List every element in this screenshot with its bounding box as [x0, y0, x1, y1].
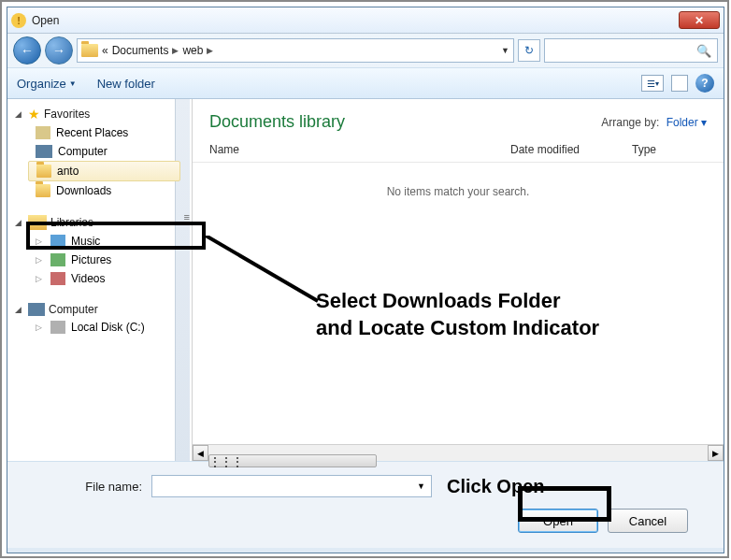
expand-icon: ▷ — [36, 237, 45, 246]
arrange-by-dropdown[interactable]: Folder ▾ — [666, 116, 707, 129]
forward-button[interactable]: → — [45, 36, 73, 65]
refresh-button[interactable]: ↻ — [518, 39, 540, 62]
sidebar-item-downloads[interactable]: Downloads — [7, 181, 192, 200]
libraries-icon — [28, 215, 47, 230]
column-date[interactable]: Date modified — [510, 143, 632, 156]
chevron-down-icon: ▼ — [69, 79, 77, 88]
scroll-right-button[interactable]: ▶ — [708, 445, 724, 461]
open-file-dialog: ! Open ✕ ← → « Documents ▶ web ▶ ▼ ↻ 🔍 O… — [7, 7, 724, 553]
sidebar-item-anto[interactable]: anto — [28, 161, 180, 181]
column-headers[interactable]: Name Date modified Type — [193, 139, 724, 163]
search-icon[interactable]: 🔍 — [696, 44, 711, 58]
navigation-pane: ≡ ◢ ★ Favorites Recent Places Computer — [7, 99, 193, 461]
title-bar: ! Open ✕ — [7, 7, 724, 34]
app-icon: ! — [11, 13, 26, 28]
folder-icon — [36, 165, 51, 178]
view-options-button[interactable]: ☰▾ — [641, 75, 664, 92]
star-icon: ★ — [28, 107, 40, 122]
collapse-icon: ◢ — [15, 109, 24, 119]
search-box[interactable]: 🔍 — [544, 38, 718, 63]
cancel-button[interactable]: Cancel — [608, 509, 688, 533]
new-folder-button[interactable]: New folder — [97, 77, 155, 91]
file-list-pane: Documents library Arrange by: Folder ▾ N… — [193, 99, 724, 461]
sidebar-item-local-disk[interactable]: ▷ Local Disk (C:) — [7, 318, 192, 337]
crumb-prefix: « — [102, 44, 108, 57]
computer-icon — [36, 145, 52, 158]
close-button[interactable]: ✕ — [679, 11, 720, 29]
music-icon — [50, 235, 65, 248]
computer-icon — [28, 303, 45, 316]
address-bar[interactable]: « Documents ▶ web ▶ ▼ — [77, 38, 514, 63]
filename-combobox[interactable]: ▼ — [151, 475, 432, 497]
window-title: Open — [32, 14, 679, 27]
expand-icon: ▷ — [36, 274, 45, 283]
nav-bar: ← → « Documents ▶ web ▶ ▼ ↻ 🔍 — [7, 34, 724, 67]
collapse-icon: ◢ — [15, 218, 24, 227]
scroll-left-button[interactable]: ◀ — [193, 445, 208, 461]
filename-label: File name: — [21, 480, 142, 494]
videos-icon — [50, 272, 65, 285]
open-button[interactable]: Open — [518, 509, 598, 533]
crumb-documents[interactable]: Documents — [112, 44, 169, 57]
folder-icon — [36, 184, 50, 197]
horizontal-scrollbar[interactable]: ◀ ⋮⋮⋮ ▶ — [193, 444, 724, 461]
organize-menu[interactable]: Organize▼ — [17, 77, 77, 91]
toolbar: Organize▼ New folder ☰▾ ? — [7, 67, 724, 99]
crumb-web[interactable]: web — [182, 44, 203, 57]
annotation-click-open: Click Open — [447, 476, 544, 497]
search-input[interactable] — [551, 44, 696, 57]
drive-icon — [50, 321, 65, 334]
column-name[interactable]: Name — [209, 143, 510, 156]
favorites-header[interactable]: ◢ ★ Favorites — [7, 105, 192, 123]
pictures-icon — [50, 253, 65, 266]
chevron-down-icon[interactable]: ▼ — [417, 481, 425, 491]
annotation-text: Select Downloads Folder and Locate Custo… — [316, 288, 599, 341]
dialog-footer: File name: ▼ Click Open Open Cancel — [7, 461, 724, 548]
chevron-right-icon[interactable]: ▶ — [172, 46, 179, 55]
folder-icon — [81, 44, 98, 57]
libraries-header[interactable]: ◢ Libraries — [7, 213, 192, 232]
sidebar-item-recent-places[interactable]: Recent Places — [7, 123, 192, 142]
sidebar-item-pictures[interactable]: ▷ Pictures — [7, 251, 192, 269]
arrange-by: Arrange by: Folder ▾ — [601, 116, 707, 129]
library-title: Documents library — [209, 112, 601, 132]
address-dropdown[interactable]: ▼ — [501, 46, 509, 55]
help-icon[interactable]: ? — [695, 74, 714, 93]
preview-pane-button[interactable] — [671, 75, 688, 92]
sidebar-item-music[interactable]: ▷ Music — [7, 232, 192, 251]
sidebar-item-computer[interactable]: Computer — [7, 142, 192, 161]
scroll-thumb[interactable]: ⋮⋮⋮ — [208, 454, 377, 467]
expand-icon: ▷ — [36, 255, 45, 265]
expand-icon: ▷ — [36, 323, 45, 332]
sidebar-item-videos[interactable]: ▷ Videos — [7, 269, 192, 288]
back-button[interactable]: ← — [13, 36, 41, 65]
scroll-marker: ≡ — [184, 211, 190, 223]
column-type[interactable]: Type — [632, 143, 707, 156]
computer-header[interactable]: ◢ Computer — [7, 301, 192, 318]
collapse-icon: ◢ — [15, 305, 24, 314]
chevron-right-icon[interactable]: ▶ — [207, 46, 213, 55]
recent-places-icon — [36, 126, 50, 139]
